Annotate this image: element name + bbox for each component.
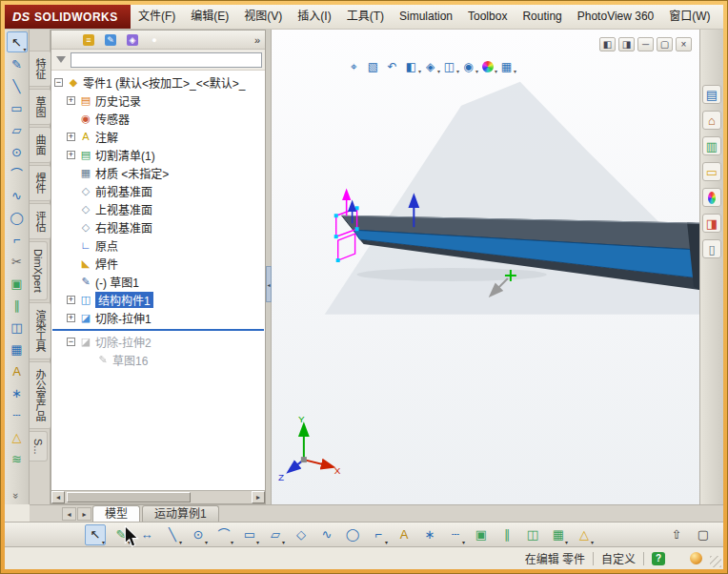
forum-icon[interactable]: ▯ [702,239,721,258]
select-cursor-icon[interactable]: ↖ ▾ [85,524,106,545]
circle-icon[interactable]: ⊙ [7,141,28,162]
tree-expand-toggle[interactable]: + [67,151,75,159]
tab-render-tools[interactable]: 渲染工具 [30,302,51,359]
tab-dimxpert[interactable]: DimXpert [30,241,48,300]
tree-item[interactable]: + ◫ 结构构件1 [51,291,265,309]
tree-item[interactable]: + ◪ 切除-拉伸1 [51,309,265,327]
doc-restore-button[interactable]: ▢ [657,37,673,51]
tree-item[interactable]: ◇ 右视基准面 [51,218,265,236]
solidworks-resources-icon[interactable]: ▤ [702,85,721,104]
spline-icon[interactable]: ∿ [316,524,337,545]
customize-button[interactable]: 自定义 [601,550,636,566]
edit-appearance-icon[interactable]: ● ▾ [479,58,495,75]
quick-snaps-icon[interactable]: ≋ [7,448,28,469]
ellipse-icon[interactable]: ◯ [7,207,28,228]
tab-sketch[interactable]: 草图 [30,89,51,125]
tab-surfaces[interactable]: 曲面 [30,127,51,163]
sketch-text-icon[interactable]: A [7,360,28,381]
circle-icon[interactable]: ⊙ ▾ [188,524,209,545]
appearances-scenes-icon[interactable]: ● [702,188,721,207]
view-orientation-icon[interactable]: ◈ ▾ [422,58,438,75]
tab-displaymanager[interactable]: ● [146,32,163,48]
filter-input[interactable] [71,52,262,68]
menu-insert[interactable]: 插入(I) [290,5,338,29]
tree-item[interactable]: ∟ 原点 [51,236,265,255]
apply-scene-icon[interactable]: ▦ ▾ [498,58,515,75]
tree-expand-toggle[interactable]: + [67,96,75,105]
hide-show-items-icon[interactable]: ◉ ▾ [460,58,476,75]
tab-solidworks-addins[interactable]: S... [30,431,48,462]
display-relations-icon[interactable]: △ [7,426,28,447]
tab-model[interactable]: 模型 [92,505,140,522]
mirror-entities-icon[interactable]: ◫ [7,317,28,338]
tab-office-products[interactable]: 办公室产品 [30,361,51,429]
offset-entities-icon[interactable]: ∥ [7,295,28,316]
menu-window[interactable]: 窗口(W) [661,5,718,29]
menu-simulation[interactable]: Simulation [392,5,460,29]
display-relations-icon[interactable]: △ ▾ [574,524,595,545]
tree-item[interactable]: ✎ (-) 草图1 [51,273,265,291]
fullscreen-icon[interactable]: ▢ [693,524,714,545]
tab-propertymanager[interactable]: ✎ [102,32,119,48]
fillet-icon[interactable]: ⌐ ▾ [368,524,389,545]
section-view-icon[interactable]: ◧ ▾ [403,58,419,75]
doc-close-button[interactable]: × [676,37,692,51]
pane-right-icon[interactable]: ◨ [618,37,635,51]
line-icon[interactable]: ╲ ▾ [162,524,183,545]
menu-toolbox[interactable]: Toolbox [460,5,515,29]
trim-entities-icon[interactable]: ✂ [7,251,28,272]
scrollbar-thumb[interactable] [67,492,191,502]
arc-icon[interactable]: ⌒ [7,163,28,184]
tree-item[interactable]: ◉ 传感器 [51,110,265,128]
sketch-icon[interactable]: ✎ [7,53,28,74]
menu-view[interactable]: 视图(V) [236,5,290,29]
rectangle-icon[interactable]: ▭ ▾ [239,524,260,545]
rollback-bar[interactable] [52,329,264,331]
slot-icon[interactable]: ▱ [7,119,28,140]
tree-item[interactable]: ◇ 前视基准面 [51,182,265,200]
tree-expand-toggle[interactable]: + [67,296,75,304]
arc-icon[interactable]: ⌒ ▾ [213,524,234,545]
tab-scroll-left-button[interactable]: ◂ [62,507,76,521]
centerline-icon[interactable]: ┄ [7,404,28,425]
offset-entities-icon[interactable]: ∥ [496,524,517,545]
tree-item[interactable]: ▦ 材质 <未指定> [51,164,265,182]
help-icon[interactable]: ? [652,552,665,565]
tab-motion-study[interactable]: 运动算例1 [142,505,219,522]
point-icon[interactable]: ∗ [419,524,440,545]
convert-entities-icon[interactable]: ▣ [7,273,28,294]
select-tool-icon[interactable]: ↖ ▾ [7,31,28,52]
tree-item[interactable]: ✎ 草图16 [51,351,265,369]
view-palette-icon[interactable]: ▭ [702,162,721,181]
previous-view-icon[interactable]: ↶ [384,58,400,75]
sketch-fillet-icon[interactable]: ⌐ [7,229,28,250]
menu-photoview[interactable]: PhotoView 360 [570,5,662,29]
tab-evaluate[interactable]: 评估 [30,203,51,239]
tree-item[interactable]: − ◪ 切除-拉伸2 [51,333,265,351]
tab-weldments[interactable]: 焊件 [30,165,51,201]
scroll-right-button[interactable]: ▸ [252,491,265,503]
centerline-icon[interactable]: ┄ ▾ [445,524,466,545]
spline-icon[interactable]: ∿ [7,185,28,206]
tree-item[interactable]: + ▤ 切割清单(1) [51,146,265,164]
tree-item[interactable]: ◇ 上视基准面 [51,200,265,218]
tree-item[interactable]: + ▤ 历史记录 [51,92,265,110]
tree-expand-toggle[interactable]: + [67,314,75,322]
linear-pattern-icon[interactable]: ▦ ▾ [548,524,569,545]
custom-properties-icon[interactable]: ◨ [702,214,721,233]
panel-overflow-button[interactable]: » [254,34,260,46]
tree-expand-toggle[interactable]: − [54,78,63,87]
polygon-icon[interactable]: ◇ [291,524,312,545]
linear-pattern-icon[interactable]: ▦ [7,338,28,359]
tab-configurationmanager[interactable]: ◈ [124,32,141,48]
scroll-left-button[interactable]: ◂ [51,491,65,503]
zoom-fit-icon[interactable]: ⌖ [346,58,362,75]
design-library-icon[interactable]: ⌂ [702,111,721,130]
file-explorer-icon[interactable]: ▥ [702,136,721,155]
display-style-icon[interactable]: ◫ ▾ [441,58,457,75]
doc-minimize-button[interactable]: ─ [637,37,654,51]
tab-scroll-right-button[interactable]: ▸ [77,507,91,521]
tree-item[interactable]: + A 注解 [51,128,265,146]
menu-tools[interactable]: 工具(T) [339,5,392,29]
menu-file[interactable]: 文件(F) [131,5,183,29]
